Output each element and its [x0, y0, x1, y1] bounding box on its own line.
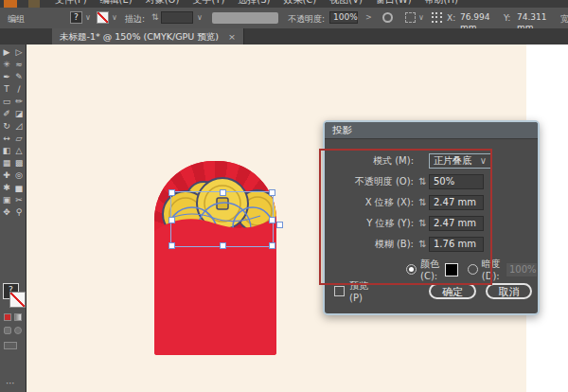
draw-mode-icon[interactable] — [4, 327, 11, 334]
opacity-field[interactable]: 100% — [329, 11, 358, 24]
pen-tool[interactable]: ✒ — [1, 71, 13, 83]
reference-point-selector[interactable] — [431, 11, 443, 24]
artboard-tool[interactable]: ▣ — [1, 194, 13, 206]
menu-item[interactable]: 对象(O) — [146, 0, 180, 7]
y-value-field[interactable]: 74.311 mm — [513, 11, 557, 24]
lasso-tool[interactable]: ≈ — [13, 59, 26, 71]
magic-wand-tool[interactable]: ✳ — [1, 59, 13, 71]
tool-grid: ▶▷✳≈✒✎T∕▭✏✐◪↻◿↔▱◧△▦▩✚◎✱▅▣✂✥⚲ — [0, 45, 26, 219]
chevron-down-icon[interactable]: ∨ — [112, 13, 117, 22]
fill-stroke-indicator: ? — [3, 283, 24, 308]
red-annotation-rectangle — [319, 149, 492, 285]
darkness-field-disabled: 100% — [506, 262, 538, 277]
rectangle-tool[interactable]: ▭ — [1, 96, 13, 108]
selection-tool[interactable]: ▶ — [1, 46, 13, 59]
blend-tool[interactable]: ◎ — [13, 169, 26, 182]
x-value-field[interactable]: 76.994 mm — [456, 11, 500, 24]
chevron-down-icon[interactable]: ∨ — [197, 13, 203, 22]
rotate-tool[interactable]: ↻ — [1, 120, 13, 133]
y-label: Y: — [504, 13, 510, 23]
menu-item[interactable]: 文件(F) — [55, 0, 87, 7]
menu-bar: 文件(F)编辑(E)对象(O)文字(T)选择(S)效果(C)视图(V)窗口(W)… — [0, 0, 568, 8]
edit-toolbar-ellipsis-icon[interactable]: ⋯ — [6, 378, 15, 388]
color-button[interactable] — [4, 313, 11, 321]
shaper-tool[interactable]: ✐ — [1, 108, 13, 120]
opacity-more-icon[interactable]: > — [365, 13, 372, 22]
slice-tool[interactable]: ✂ — [13, 194, 26, 206]
curvature-tool[interactable]: ✎ — [13, 71, 26, 83]
direct-selection-tool[interactable]: ▷ — [13, 46, 26, 59]
selection-handle[interactable] — [269, 189, 275, 196]
menu-item[interactable]: 窗口(W) — [376, 0, 412, 7]
menu-item[interactable]: 效果(C) — [283, 0, 316, 7]
eyedropper-tool[interactable]: ✚ — [1, 169, 13, 182]
brush-definition-dropdown[interactable] — [212, 12, 278, 24]
selection-handle[interactable] — [220, 242, 226, 249]
cancel-button[interactable]: 取消 — [486, 283, 532, 299]
selection-handle[interactable] — [169, 217, 175, 223]
scale-tool[interactable]: ◿ — [13, 120, 26, 133]
color-type-buttons — [4, 313, 22, 321]
dialog-title[interactable]: 投影 — [325, 122, 538, 139]
recolor-artwork-icon[interactable] — [382, 12, 393, 23]
gradient-tool[interactable]: ▩ — [13, 157, 26, 169]
x-label: X: — [447, 13, 455, 23]
change-screen-mode-icon[interactable] — [4, 342, 17, 349]
gradient-button[interactable] — [14, 313, 22, 321]
eraser-tool[interactable]: ◪ — [13, 108, 26, 120]
document-tab-title: 未标题-1* @ 150% (CMYK/GPU 预览) — [60, 31, 219, 42]
selection-handle[interactable] — [269, 242, 275, 249]
width-tool[interactable]: ↔ — [1, 133, 13, 145]
stroke-color-swatch[interactable] — [97, 11, 109, 24]
menu-item[interactable]: 编辑(E) — [100, 0, 133, 7]
home-icon[interactable] — [28, 0, 40, 8]
selection-handle[interactable] — [169, 242, 175, 249]
ok-button[interactable]: 确定 — [429, 283, 476, 299]
line-segment-tool[interactable]: ∕ — [13, 83, 26, 96]
perspective-grid-tool[interactable]: △ — [13, 145, 26, 157]
menu-item[interactable]: 选择(S) — [238, 0, 270, 7]
chevron-down-icon[interactable]: ∨ — [85, 13, 91, 22]
paintbrush-tool[interactable]: ✏ — [13, 96, 26, 108]
hand-tool[interactable]: ✥ — [1, 206, 13, 219]
app-logo-icon — [4, 0, 17, 8]
type-tool[interactable]: T — [1, 83, 13, 96]
stepper-icon[interactable]: ⇅ — [151, 12, 159, 22]
graph-tool[interactable]: ▅ — [13, 182, 26, 194]
zoom-tool[interactable]: ⚲ — [13, 206, 26, 219]
opacity-label: 不透明度: — [288, 13, 325, 26]
chevron-down-icon[interactable]: ∨ — [418, 13, 424, 22]
fill-color-swatch[interactable]: ? — [70, 11, 82, 24]
document-tab-bar: 未标题-1* @ 150% (CMYK/GPU 预览)× — [0, 28, 568, 45]
symbol-sprayer-tool[interactable]: ✱ — [1, 182, 13, 194]
menu-item[interactable]: 文字(T) — [192, 0, 224, 7]
preview-checkbox[interactable] — [334, 286, 345, 296]
tools-panel: ▶▷✳≈✒✎T∕▭✏✐◪↻◿↔▱◧△▦▩✚◎✱▅▣✂✥⚲ ? ⋯ — [0, 45, 27, 392]
close-tab-icon[interactable]: × — [228, 31, 236, 42]
selection-handle[interactable] — [269, 217, 275, 223]
free-transform-tool[interactable]: ▱ — [13, 133, 26, 145]
control-bar: 编组 ? ∨ ∨ 描边: ⇅ ∨ 不透明度: 100% > ∨ X: 76.99… — [0, 8, 568, 29]
draw-mode-buttons — [4, 327, 22, 334]
selection-handle[interactable] — [220, 189, 226, 196]
menu-items: 文件(F)编辑(E)对象(O)文字(T)选择(S)效果(C)视图(V)窗口(W)… — [55, 0, 471, 7]
stroke-proxy-swatch[interactable] — [9, 292, 26, 308]
stroke-weight-label: 描边: — [125, 13, 145, 26]
align-options-icon[interactable] — [405, 12, 416, 23]
menu-item[interactable]: 帮助(H) — [425, 0, 458, 7]
stroke-weight-field[interactable] — [161, 11, 193, 24]
anchor-point-handle[interactable] — [276, 222, 283, 228]
shape-builder-tool[interactable]: ◧ — [1, 145, 13, 157]
selection-type-label: 编组 — [8, 13, 25, 26]
mesh-tool[interactable]: ▦ — [1, 157, 13, 169]
selection-handle[interactable] — [169, 189, 175, 196]
width-label: 宽: — [560, 13, 568, 26]
screen-mode-icon[interactable] — [14, 327, 22, 334]
menu-item[interactable]: 视图(V) — [329, 0, 363, 7]
selection-bounding-box — [170, 191, 274, 247]
document-tab[interactable]: 未标题-1* @ 150% (CMYK/GPU 预览)× — [52, 28, 244, 45]
screen-mode-row — [4, 342, 17, 349]
